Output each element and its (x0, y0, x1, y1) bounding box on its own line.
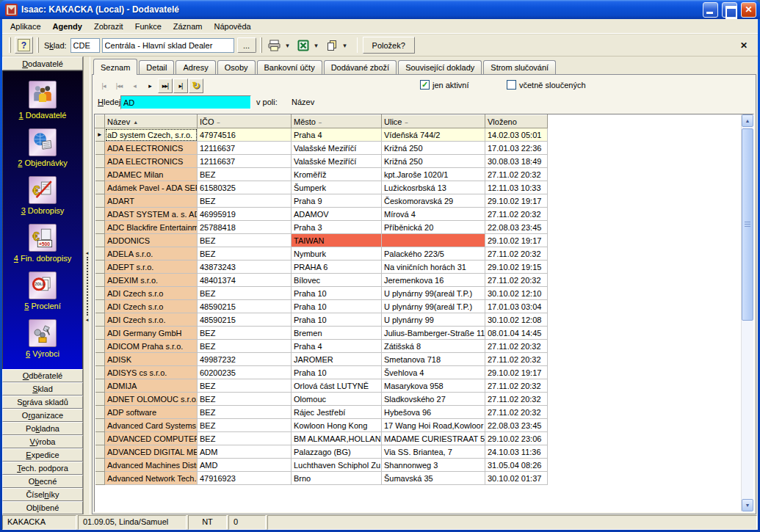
sidebar-item-4-fin-dobropisy[interactable]: €+5004 Fin. dobropisy (14, 224, 71, 263)
cell-ico[interactable]: 60200235 (198, 366, 292, 379)
row-selector[interactable] (95, 432, 105, 445)
cell-ulice[interactable]: Sladkovského 27 (382, 393, 485, 406)
cell-vlozeno[interactable]: 17.01.03 03:04 (485, 300, 548, 313)
cell-mesto[interactable]: Palazzago (BG) (292, 445, 382, 459)
cell-ico[interactable]: AMD (198, 459, 292, 472)
row-selector[interactable] (95, 142, 105, 155)
sidebar-item-3-dobropisy[interactable]: €3 Dobropisy (21, 176, 65, 215)
cell-ulice[interactable]: Zátišská 8 (382, 340, 485, 353)
cell-ico[interactable]: 49987232 (198, 353, 292, 366)
cell-mesto[interactable]: Nymburk (292, 247, 382, 260)
cell-ulice[interactable]: Lužickosrbská 13 (382, 181, 485, 194)
sidebar-item-6-vyrobci[interactable]: 6 Výrobci (26, 319, 59, 358)
cell-vlozeno[interactable]: 27.11.02 20:32 (485, 353, 548, 366)
excel-dropdown-icon[interactable] (312, 42, 321, 49)
cell-ico[interactable]: BEZ (198, 168, 292, 181)
cell-ico[interactable]: BEZ (198, 234, 292, 247)
cell-ico[interactable]: 47974516 (198, 128, 292, 142)
row-selector[interactable] (95, 379, 105, 393)
tab-souvisejici-doklady[interactable]: Související doklady (398, 60, 482, 74)
help-button[interactable]: ? (15, 37, 33, 54)
row-selector[interactable] (95, 274, 105, 287)
table-row[interactable]: ADICOM Praha s.r.o.BEZPraha 4Zátišská 82… (95, 340, 548, 353)
cell-mesto[interactable]: Kowloon Hong Kong (292, 419, 382, 432)
cell-ico[interactable]: 48590215 (198, 300, 292, 313)
cell-nazev[interactable]: ADI Germany GmbH (105, 327, 198, 340)
table-row[interactable]: ADC Blackfire Entertainme25788418Praha 3… (95, 221, 548, 234)
cell-ico[interactable]: 47916923 (198, 472, 292, 485)
cell-vlozeno[interactable]: 12.11.03 10:33 (485, 181, 548, 194)
close-button[interactable] (741, 2, 756, 18)
cell-ulice[interactable]: U plynárny 99 (382, 313, 485, 327)
cell-vlozeno[interactable]: 27.11.02 20:32 (485, 406, 548, 419)
cell-ico[interactable]: 12116637 (198, 155, 292, 168)
refresh-icon[interactable]: ↻ (189, 79, 203, 93)
cell-ulice[interactable]: kpt.Jaroše 1020/1 (382, 168, 485, 181)
current-record-icon[interactable]: ► (95, 128, 105, 142)
cell-vlozeno[interactable]: 30.10.02 12:10 (485, 287, 548, 300)
cell-vlozeno[interactable]: 29.10.02 19:15 (485, 260, 548, 274)
tab-seznam[interactable]: Seznam (93, 59, 137, 75)
cell-nazev[interactable]: ADISYS cs s.r.o. (105, 366, 198, 379)
tab-dodavane-zbozi[interactable]: Dodávané zboží (324, 60, 397, 74)
cell-mesto[interactable]: Luchthaven Schiphol Zu (292, 459, 382, 472)
row-selector[interactable] (95, 340, 105, 353)
cell-ulice[interactable]: Šumavská 35 (382, 472, 485, 485)
cell-ico[interactable]: BEZ (198, 247, 292, 260)
table-row[interactable]: Advanced Machines DistrilAMDLuchthaven S… (95, 459, 548, 472)
cell-ico[interactable]: 25788418 (198, 221, 292, 234)
cell-vlozeno[interactable]: 27.11.02 20:32 (485, 393, 548, 406)
row-selector[interactable] (95, 260, 105, 274)
row-selector[interactable] (95, 247, 105, 260)
cell-mesto[interactable]: Orlová část LUTYNĚ (292, 379, 382, 393)
cell-mesto[interactable]: Praha 10 (292, 287, 382, 300)
sidebar-group-ciselniky[interactable]: Číselníky (2, 488, 83, 501)
toolbar-grip-icon[interactable] (260, 37, 262, 53)
cell-nazev[interactable]: ADVANCED COMPUTER (105, 432, 198, 445)
cell-nazev[interactable]: ADELA s.r.o. (105, 247, 198, 260)
vertical-scrollbar[interactable]: ▲ ▼ (741, 114, 753, 511)
cell-nazev[interactable]: ADVANCED DIGITAL MEI (105, 445, 198, 459)
cell-vlozeno[interactable]: 24.10.03 11:36 (485, 445, 548, 459)
column-header-ulice[interactable]: Ulice– (382, 115, 485, 128)
cell-vlozeno[interactable]: 08.01.04 14:45 (485, 327, 548, 340)
cell-mesto[interactable]: Brno (292, 472, 382, 485)
sidebar-header-dodavatele[interactable]: Dodavatelé (2, 57, 83, 70)
cell-ulice[interactable]: Vídeňská 744/2 (382, 128, 485, 142)
filter-vcetne-sloucenych[interactable]: včetně sloučených (507, 80, 586, 90)
scrollbar-thumb[interactable] (742, 128, 753, 321)
row-selector[interactable] (95, 419, 105, 432)
cell-nazev[interactable]: ADNET OLOMOUC s.r.o. (105, 393, 198, 406)
cell-nazev[interactable]: Advanced Network Tech. (105, 472, 198, 485)
cell-ulice[interactable] (382, 234, 485, 247)
cell-mesto[interactable]: Olomouc (292, 393, 382, 406)
row-selector[interactable] (95, 155, 105, 168)
cell-vlozeno[interactable]: 29.10.02 19:17 (485, 234, 548, 247)
sidebar-group-organizace[interactable]: Organizace (2, 409, 83, 422)
cell-ico[interactable]: BEZ (198, 327, 292, 340)
row-selector[interactable] (95, 393, 105, 406)
cell-ulice[interactable]: U plynárny 99(areál T.P.) (382, 300, 485, 313)
cell-ico[interactable]: BEZ (198, 419, 292, 432)
maximize-button[interactable] (722, 2, 737, 18)
printer-icon[interactable] (266, 37, 283, 54)
cell-ico[interactable]: 48401374 (198, 274, 292, 287)
cell-vlozeno[interactable]: 14.02.03 05:01 (485, 128, 548, 142)
tab-detail[interactable]: Detail (139, 60, 174, 74)
row-selector[interactable] (95, 313, 105, 327)
column-header-ico[interactable]: IČO– (198, 115, 292, 128)
row-selector[interactable] (95, 221, 105, 234)
row-selector[interactable] (95, 208, 105, 221)
table-row[interactable]: ADI Czech s.r.oBEZPraha 10U plynárny 99(… (95, 287, 548, 300)
cell-ulice[interactable]: Masarykova 958 (382, 379, 485, 393)
cell-mesto[interactable]: JAROMER (292, 353, 382, 366)
cell-ico[interactable]: 43873243 (198, 260, 292, 274)
cell-ulice[interactable]: Via SS. Briantea, 7 (382, 445, 485, 459)
tab-strom-slucovani[interactable]: Strom slučování (483, 60, 556, 74)
cell-nazev[interactable]: ADA ELECTRONICS (105, 155, 198, 168)
sidebar-group-oblibene[interactable]: Oblíbené (2, 501, 83, 514)
table-row[interactable]: ADEXIM s.r.o.48401374BílovecJeremenkova … (95, 274, 548, 287)
toolbar-grip-icon[interactable] (9, 37, 11, 53)
next-page-icon[interactable]: ▸▸| (158, 79, 173, 93)
cell-mesto[interactable]: Kroměříž (292, 168, 382, 181)
